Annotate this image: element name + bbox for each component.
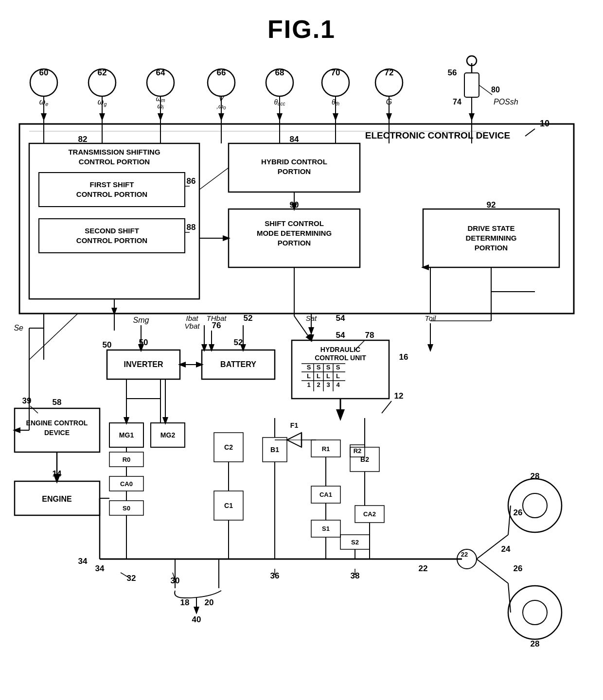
page: FIG.1 ωe 60 ωg 62 ωm ωi 64 V ,ωo 66 θacc… <box>0 0 603 700</box>
svg-text:L: L <box>317 372 320 380</box>
svg-text:14: 14 <box>53 469 62 478</box>
svg-line-40 <box>525 129 535 136</box>
svg-rect-52 <box>39 219 185 253</box>
svg-text:DEVICE: DEVICE <box>44 429 70 437</box>
svg-text:S1: S1 <box>322 525 330 532</box>
svg-text:BATTERY: BATTERY <box>220 360 256 368</box>
svg-text:28: 28 <box>531 472 540 481</box>
svg-line-250 <box>199 168 229 190</box>
svg-text:L: L <box>307 372 311 380</box>
svg-point-207 <box>523 493 547 518</box>
svg-text:18: 18 <box>180 598 190 607</box>
svg-text:24: 24 <box>501 544 511 554</box>
svg-text:50: 50 <box>103 340 112 350</box>
svg-text:DRIVE STATE: DRIVE STATE <box>468 224 515 232</box>
svg-text:78: 78 <box>365 331 374 340</box>
svg-text:22: 22 <box>419 564 428 573</box>
svg-text:16: 16 <box>399 352 408 362</box>
svg-text:20: 20 <box>205 598 214 607</box>
svg-text:MG2: MG2 <box>160 431 176 439</box>
svg-text:64: 64 <box>156 68 165 77</box>
svg-point-206 <box>508 479 562 532</box>
svg-text:CONTROL PORTION: CONTROL PORTION <box>79 158 150 166</box>
svg-text:60: 60 <box>39 68 49 77</box>
svg-text:76: 76 <box>212 321 221 330</box>
svg-text:CONTROL UNIT: CONTROL UNIT <box>315 354 366 362</box>
svg-text:52: 52 <box>244 314 253 323</box>
svg-text:26: 26 <box>514 508 523 517</box>
svg-text:52: 52 <box>234 338 243 347</box>
svg-text:L: L <box>336 372 340 380</box>
svg-text:S0: S0 <box>123 505 130 512</box>
svg-text:39: 39 <box>22 396 32 405</box>
svg-text:3: 3 <box>326 381 330 388</box>
svg-text:Vbat: Vbat <box>185 322 200 330</box>
svg-line-239 <box>29 314 78 360</box>
svg-text:CA1: CA1 <box>319 491 332 498</box>
svg-text:POSsh: POSsh <box>494 98 518 106</box>
svg-rect-43 <box>29 143 199 299</box>
svg-text:MODE DETERMINING: MODE DETERMINING <box>257 229 332 237</box>
svg-text:2: 2 <box>317 381 320 388</box>
svg-text:72: 72 <box>385 68 394 77</box>
svg-text:4: 4 <box>336 381 340 388</box>
svg-text:50: 50 <box>139 338 148 347</box>
svg-text:ENGINE CONTROL: ENGINE CONTROL <box>26 419 88 427</box>
svg-text:L: L <box>326 372 330 380</box>
svg-text:1: 1 <box>307 381 310 388</box>
svg-text:70: 70 <box>331 68 340 77</box>
svg-text:C2: C2 <box>224 443 233 451</box>
svg-text:S: S <box>336 364 340 371</box>
svg-text:68: 68 <box>275 68 284 77</box>
svg-line-216 <box>477 559 508 583</box>
svg-text:R2: R2 <box>354 447 362 455</box>
svg-text:Se: Se <box>14 324 23 332</box>
svg-text:40: 40 <box>192 615 201 624</box>
svg-text:CONTROL PORTION: CONTROL PORTION <box>76 190 147 198</box>
svg-text:S: S <box>326 364 331 371</box>
svg-text:84: 84 <box>290 135 299 144</box>
svg-text:DETERMINING: DETERMINING <box>466 234 517 242</box>
svg-text:F1: F1 <box>290 421 299 429</box>
svg-rect-61 <box>229 209 360 267</box>
svg-text:54: 54 <box>336 331 345 340</box>
svg-text:74: 74 <box>453 98 461 106</box>
svg-text:58: 58 <box>53 398 62 407</box>
svg-point-213 <box>523 600 547 625</box>
svg-text:82: 82 <box>78 135 88 144</box>
svg-text:TRANSMISSION SHIFTING: TRANSMISSION SHIFTING <box>68 148 160 156</box>
svg-line-37 <box>479 85 492 95</box>
svg-text:PORTION: PORTION <box>278 239 311 247</box>
svg-text:PORTION: PORTION <box>475 244 508 252</box>
svg-text:12: 12 <box>394 391 404 401</box>
svg-text:S2: S2 <box>351 539 359 546</box>
svg-text:66: 66 <box>217 68 226 77</box>
svg-text:CA2: CA2 <box>363 510 376 518</box>
svg-text:SECOND SHIFT: SECOND SHIFT <box>85 227 139 235</box>
svg-text:56: 56 <box>448 68 457 77</box>
svg-text:FIRST SHIFT: FIRST SHIFT <box>90 180 134 189</box>
svg-text:MG1: MG1 <box>119 431 134 439</box>
svg-text:PORTION: PORTION <box>278 167 311 175</box>
svg-text:ELECTRONIC CONTROL DEVICE: ELECTRONIC CONTROL DEVICE <box>365 130 510 140</box>
svg-text:INVERTER: INVERTER <box>124 360 163 368</box>
svg-text:88: 88 <box>187 223 196 232</box>
svg-text:HYDRAULIC: HYDRAULIC <box>320 346 360 353</box>
diagram-svg: ωe 60 ωg 62 ωm ωi 64 V ,ωo 66 θacc 68 θt… <box>0 29 603 695</box>
svg-text:CA0: CA0 <box>120 480 133 488</box>
svg-text:ENGINE: ENGINE <box>42 495 72 503</box>
svg-text:HYBRID CONTROL: HYBRID CONTROL <box>261 158 327 166</box>
svg-text:R1: R1 <box>322 445 330 453</box>
svg-rect-47 <box>39 173 185 207</box>
svg-text:28: 28 <box>531 639 540 648</box>
svg-line-137 <box>30 406 38 413</box>
svg-text:34: 34 <box>95 564 105 573</box>
svg-text:92: 92 <box>487 200 496 210</box>
svg-text:80: 80 <box>491 86 500 94</box>
svg-text:S: S <box>317 364 321 371</box>
svg-point-212 <box>508 586 562 639</box>
svg-text:S: S <box>307 364 311 371</box>
svg-text:Smg: Smg <box>133 316 149 324</box>
svg-text:B1: B1 <box>270 446 279 454</box>
svg-text:Ibat: Ibat <box>186 314 198 322</box>
